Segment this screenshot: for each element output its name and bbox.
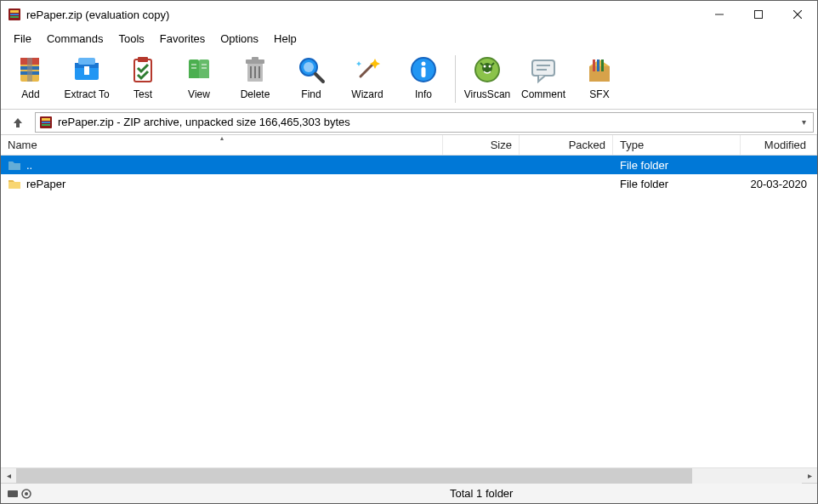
- address-text: rePaper.zip - ZIP archive, unpacked size…: [58, 116, 792, 128]
- toolbar: Add Extract To Test View Delete Find Wiz…: [1, 48, 817, 110]
- svg-line-32: [361, 63, 374, 76]
- svg-rect-15: [78, 58, 95, 65]
- svg-rect-42: [532, 60, 554, 76]
- status-toggle-icon[interactable]: [8, 489, 31, 499]
- status-total: Total 1 folder: [443, 484, 817, 503]
- updir-icon: [8, 159, 21, 171]
- close-button[interactable]: [778, 1, 817, 28]
- find-icon: [296, 54, 327, 85]
- test-button[interactable]: Test: [116, 51, 169, 107]
- virusscan-label: VirusScan: [464, 88, 510, 100]
- horizontal-scrollbar[interactable]: ◂ ▸: [1, 467, 817, 483]
- statusbar: Total 1 folder: [1, 483, 817, 503]
- view-label: View: [188, 88, 210, 100]
- minimize-button[interactable]: [700, 1, 739, 28]
- menu-help[interactable]: Help: [266, 30, 304, 48]
- row-name: rePaper: [26, 178, 65, 190]
- view-icon: [184, 54, 214, 85]
- menu-file[interactable]: File: [6, 30, 39, 48]
- row-modified: 20-03-2020: [741, 178, 817, 190]
- sfx-button[interactable]: SFX: [573, 51, 626, 107]
- header-modified[interactable]: Modified: [741, 135, 817, 155]
- svg-rect-12: [27, 58, 32, 82]
- header-size[interactable]: Size: [443, 135, 520, 155]
- list-item[interactable]: .. File folder: [1, 156, 817, 174]
- svg-rect-3: [10, 16, 19, 18]
- comment-label: Comment: [521, 88, 565, 100]
- folder-icon: [8, 178, 21, 190]
- svg-rect-47: [597, 59, 599, 71]
- test-label: Test: [133, 88, 152, 100]
- svg-rect-46: [593, 59, 595, 71]
- window-title: rePaper.zip (evaluation copy): [26, 8, 700, 21]
- menu-favorites[interactable]: Favorites: [152, 30, 213, 48]
- scroll-right-button[interactable]: ▸: [802, 468, 817, 484]
- svg-point-37: [482, 63, 492, 73]
- comment-icon: [528, 54, 559, 85]
- comment-button[interactable]: Comment: [517, 51, 570, 107]
- add-icon: [15, 54, 46, 85]
- menu-tools[interactable]: Tools: [111, 30, 151, 48]
- scroll-track[interactable]: [16, 468, 802, 484]
- scroll-thumb[interactable]: [16, 468, 692, 484]
- header-packed[interactable]: Packed: [520, 135, 613, 155]
- svg-rect-52: [42, 124, 50, 126]
- info-button[interactable]: Info: [397, 51, 450, 107]
- delete-button[interactable]: Delete: [229, 51, 281, 107]
- find-label: Find: [301, 88, 321, 100]
- svg-rect-50: [42, 118, 50, 121]
- sfx-label: SFX: [589, 88, 609, 100]
- status-left: [1, 484, 443, 503]
- sfx-icon: [584, 54, 615, 85]
- sort-indicator-icon: ▴: [220, 134, 224, 142]
- add-label: Add: [21, 88, 39, 100]
- svg-rect-48: [601, 59, 604, 71]
- wizard-button[interactable]: Wizard: [341, 51, 394, 107]
- up-arrow-icon: [12, 116, 24, 128]
- maximize-button[interactable]: [739, 1, 778, 28]
- test-icon: [128, 54, 158, 85]
- app-icon: [8, 8, 21, 21]
- svg-rect-51: [42, 122, 50, 123]
- delete-label: Delete: [241, 88, 270, 100]
- svg-point-30: [304, 62, 314, 72]
- svg-rect-1: [10, 10, 19, 13]
- archive-icon: [39, 116, 53, 129]
- address-dropdown-icon[interactable]: ▾: [798, 117, 809, 127]
- list-item[interactable]: rePaper File folder 20-03-2020: [1, 174, 817, 193]
- menu-options[interactable]: Options: [213, 30, 266, 48]
- svg-rect-2: [10, 14, 19, 15]
- header-name[interactable]: Name▴: [1, 135, 443, 155]
- svg-rect-53: [8, 490, 18, 497]
- file-list[interactable]: .. File folder rePaper File folder 20-03…: [1, 156, 817, 467]
- svg-point-38: [484, 65, 486, 67]
- virusscan-button[interactable]: VirusScan: [461, 51, 514, 107]
- svg-rect-18: [138, 57, 148, 62]
- delete-icon: [240, 54, 270, 85]
- scroll-left-button[interactable]: ◂: [1, 468, 16, 484]
- row-type: File folder: [613, 159, 741, 172]
- svg-rect-25: [252, 57, 258, 60]
- extract-icon: [71, 54, 102, 85]
- virus-icon: [472, 54, 503, 85]
- wizard-label: Wizard: [351, 88, 383, 100]
- svg-point-55: [25, 492, 28, 496]
- svg-rect-5: [755, 11, 763, 19]
- header-type[interactable]: Type: [613, 135, 741, 155]
- menu-commands[interactable]: Commands: [39, 30, 111, 48]
- svg-rect-16: [84, 66, 89, 75]
- add-button[interactable]: Add: [4, 51, 57, 107]
- extract-label: Extract To: [64, 88, 109, 100]
- titlebar: rePaper.zip (evaluation copy): [1, 1, 817, 28]
- menubar: File Commands Tools Favorites Options He…: [1, 28, 817, 48]
- extract-button[interactable]: Extract To: [60, 51, 113, 107]
- svg-point-34: [422, 61, 426, 65]
- view-button[interactable]: View: [173, 51, 225, 107]
- up-button[interactable]: [4, 112, 31, 133]
- info-icon: [408, 54, 439, 85]
- row-name: ..: [26, 159, 32, 172]
- address-box[interactable]: rePaper.zip - ZIP archive, unpacked size…: [35, 112, 814, 133]
- row-type: File folder: [613, 178, 741, 190]
- addressbar: rePaper.zip - ZIP archive, unpacked size…: [1, 110, 817, 135]
- find-button[interactable]: Find: [285, 51, 338, 107]
